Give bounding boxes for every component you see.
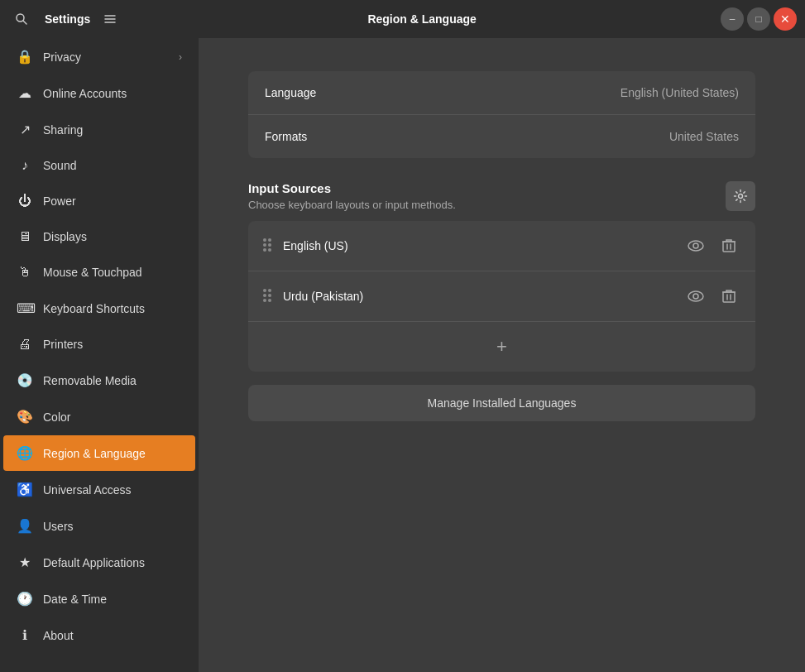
svg-point-5 [739, 194, 743, 199]
drag-handle[interactable] [261, 237, 273, 256]
sidebar-item-label-power: Power [43, 194, 182, 208]
svg-point-13 [693, 243, 698, 248]
sidebar-item-about[interactable]: ℹAbout [3, 617, 195, 653]
sidebar-item-online-accounts[interactable]: ☁Online Accounts [3, 75, 195, 111]
sidebar-item-date-time[interactable]: 🕐Date & Time [3, 581, 195, 617]
sidebar-item-label-keyboard-shortcuts: Keyboard Shortcuts [43, 302, 182, 315]
sidebar-item-label-removable-media: Removable Media [43, 374, 182, 387]
sidebar-item-label-online-accounts: Online Accounts [43, 87, 182, 100]
view-input-source-button[interactable] [683, 283, 709, 310]
content-area: Language English (United States) Formats… [199, 38, 805, 672]
hamburger-button[interactable] [97, 6, 123, 32]
minimize-button[interactable]: – [721, 7, 744, 31]
svg-point-24 [688, 291, 703, 301]
svg-point-10 [263, 248, 266, 252]
sidebar-item-privacy[interactable]: 🔒Privacy› [3, 39, 195, 74]
sidebar-item-label-about: About [43, 629, 182, 642]
svg-rect-14 [723, 242, 735, 252]
svg-point-20 [263, 294, 266, 297]
sidebar-item-power[interactable]: ⏻Power [3, 184, 195, 218]
formats-label: Formats [265, 130, 307, 143]
delete-input-source-button[interactable] [716, 233, 742, 259]
universal-access-icon: ♿ [17, 482, 33, 497]
sidebar-item-label-sound: Sound [43, 159, 182, 172]
svg-point-22 [263, 299, 266, 302]
svg-line-1 [23, 21, 26, 24]
svg-point-7 [268, 238, 271, 242]
sidebar-item-users[interactable]: 👤Users [3, 508, 195, 544]
date-time-icon: 🕐 [17, 591, 33, 607]
view-input-source-button[interactable] [683, 233, 709, 259]
language-row: Language English (United States) [248, 71, 755, 114]
formats-row: Formats United States [248, 114, 755, 158]
input-sources-subtitle: Choose keyboard layouts or input methods… [248, 199, 456, 211]
svg-point-11 [268, 248, 271, 252]
sidebar-item-removable-media[interactable]: 💿Removable Media [3, 362, 195, 398]
sidebar-item-label-mouse-touchpad: Mouse & Touchpad [43, 266, 182, 279]
sidebar-item-printers[interactable]: 🖨Printers [3, 327, 195, 362]
input-source-row: English (US) [248, 221, 755, 271]
privacy-icon: 🔒 [17, 49, 33, 65]
input-source-actions [683, 283, 742, 310]
sidebar-item-region-language[interactable]: 🌐Region & Language [3, 435, 195, 471]
sidebar-item-sound[interactable]: ♪Sound [3, 148, 195, 183]
printers-icon: 🖨 [17, 337, 33, 352]
search-icon [15, 12, 28, 26]
about-icon: ℹ [17, 627, 33, 643]
app-title: Settings [45, 12, 90, 26]
search-button[interactable] [8, 6, 35, 32]
svg-point-12 [688, 241, 703, 251]
language-value: English (United States) [621, 86, 739, 99]
close-button[interactable]: ✕ [774, 7, 797, 31]
svg-point-8 [263, 243, 266, 247]
input-source-row: Urdu (Pakistan) [248, 271, 755, 321]
main-layout: 🔒Privacy›☁Online Accounts↗Sharing♪Sound⏻… [0, 38, 805, 672]
titlebar-right: – □ ✕ [721, 7, 797, 31]
sidebar-item-label-printers: Printers [43, 338, 182, 351]
manage-languages-button[interactable]: Manage Installed Languages [248, 385, 755, 421]
plus-icon: + [496, 338, 507, 356]
svg-point-23 [268, 299, 271, 302]
sidebar-item-keyboard-shortcuts[interactable]: ⌨Keyboard Shortcuts [3, 290, 195, 326]
hamburger-icon [103, 12, 117, 26]
add-input-source-button[interactable]: + [489, 334, 515, 360]
sidebar-item-universal-access[interactable]: ♿Universal Access [3, 472, 195, 507]
sidebar-item-color[interactable]: 🎨Color [3, 399, 195, 434]
online-accounts-icon: ☁ [17, 85, 33, 101]
drag-handle[interactable] [261, 287, 273, 306]
color-icon: 🎨 [17, 409, 33, 425]
language-formats-card: Language English (United States) Formats… [248, 71, 755, 158]
delete-input-source-button[interactable] [716, 283, 742, 310]
sidebar-item-label-default-applications: Default Applications [43, 556, 182, 569]
svg-point-6 [263, 238, 266, 242]
titlebar: Settings Region & Language – □ ✕ [0, 0, 805, 38]
sidebar-item-label-color: Color [43, 410, 182, 424]
input-source-name: Urdu (Pakistan) [283, 290, 673, 303]
sidebar-item-displays[interactable]: 🖥Displays [3, 219, 195, 254]
input-sources-settings-button[interactable] [726, 181, 755, 211]
default-applications-icon: ★ [17, 554, 33, 570]
input-sources-card: English (US)Urdu (Pakistan) + [248, 221, 755, 372]
add-input-source-row: + [248, 321, 755, 372]
gear-icon [733, 189, 748, 204]
keyboard-shortcuts-icon: ⌨ [17, 300, 33, 316]
sidebar: 🔒Privacy›☁Online Accounts↗Sharing♪Sound⏻… [0, 38, 199, 672]
power-icon: ⏻ [17, 194, 33, 209]
input-source-name: English (US) [283, 239, 673, 252]
sidebar-item-label-displays: Displays [43, 230, 182, 243]
sound-icon: ♪ [17, 158, 33, 173]
input-sources-title-block: Input Sources Choose keyboard layouts or… [248, 181, 456, 211]
svg-point-25 [693, 294, 698, 299]
sidebar-item-mouse-touchpad[interactable]: 🖱Mouse & Touchpad [3, 255, 195, 290]
titlebar-center: Region & Language [123, 12, 721, 26]
sidebar-item-sharing[interactable]: ↗Sharing [3, 112, 195, 147]
sidebar-item-label-date-time: Date & Time [43, 593, 182, 606]
language-label: Language [265, 86, 316, 99]
sidebar-item-default-applications[interactable]: ★Default Applications [3, 545, 195, 580]
sidebar-item-label-users: Users [43, 520, 182, 533]
titlebar-left: Settings [8, 6, 123, 32]
sidebar-item-label-region-language: Region & Language [43, 447, 182, 460]
maximize-button[interactable]: □ [747, 7, 770, 31]
svg-point-9 [268, 243, 271, 247]
input-sources-header: Input Sources Choose keyboard layouts or… [248, 181, 755, 211]
